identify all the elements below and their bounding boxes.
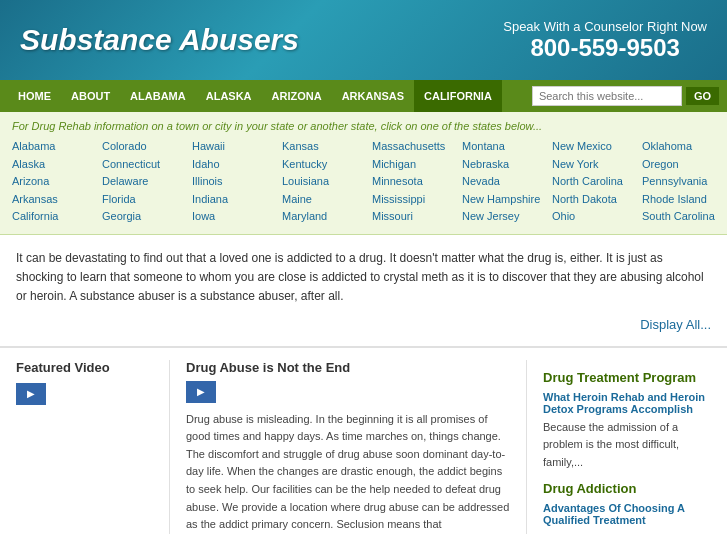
state-north-carolina[interactable]: North Carolina [552, 173, 642, 191]
nav-item-alabama[interactable]: ALABAMA [120, 80, 196, 112]
site-title: Substance Abusers [20, 23, 299, 57]
state-new-jersey[interactable]: New Jersey [462, 208, 552, 226]
nav-item-home[interactable]: HOME [8, 80, 61, 112]
nav-item-alaska[interactable]: ALASKA [196, 80, 262, 112]
states-col-1: Colorado Connecticut Delaware Florida Ge… [102, 138, 192, 226]
state-new-york[interactable]: New York [552, 156, 642, 174]
state-louisiana[interactable]: Louisiana [282, 173, 372, 191]
state-alaska[interactable]: Alaska [12, 156, 102, 174]
state-nevada[interactable]: Nevada [462, 173, 552, 191]
states-col-4: Massachusetts Michigan Minnesota Mississ… [372, 138, 462, 226]
state-michigan[interactable]: Michigan [372, 156, 462, 174]
site-header: Substance Abusers Speak With a Counselor… [0, 0, 727, 80]
state-maryland[interactable]: Maryland [282, 208, 372, 226]
state-indiana[interactable]: Indiana [192, 191, 282, 209]
heroin-rehab-text: Because the admission of a problem is th… [543, 419, 711, 472]
article-title: Drug Abuse is Not the End [186, 360, 510, 375]
three-columns: Featured Video Drug Abuse is Not the End… [0, 347, 727, 534]
state-iowa[interactable]: Iowa [192, 208, 282, 226]
state-georgia[interactable]: Georgia [102, 208, 192, 226]
state-new-mexico[interactable]: New Mexico [552, 138, 642, 156]
states-col-2: Hawaii Idaho Illinois Indiana Iowa [192, 138, 282, 226]
state-missouri[interactable]: Missouri [372, 208, 462, 226]
states-grid: Alabama Alaska Arizona Arkansas Californ… [12, 138, 715, 226]
state-oklahoma[interactable]: Oklahoma [642, 138, 727, 156]
state-colorado[interactable]: Colorado [102, 138, 192, 156]
state-south-carolina[interactable]: South Carolina [642, 208, 727, 226]
drug-treatment-title: Drug Treatment Program [543, 370, 711, 385]
article-column: Drug Abuse is Not the End Drug abuse is … [170, 360, 527, 534]
advantages-link[interactable]: Advantages Of Choosing A Qualified Treat… [543, 502, 711, 526]
search-button[interactable]: GO [686, 87, 719, 105]
speak-label: Speak With a Counselor Right Now [503, 19, 707, 34]
state-connecticut[interactable]: Connecticut [102, 156, 192, 174]
state-california[interactable]: California [12, 208, 102, 226]
nav-item-arizona[interactable]: ARIZONA [262, 80, 332, 112]
state-rhode-island[interactable]: Rhode Island [642, 191, 727, 209]
state-montana[interactable]: Montana [462, 138, 552, 156]
article-body: Drug abuse is misleading. In the beginni… [186, 411, 510, 534]
states-col-0: Alabama Alaska Arizona Arkansas Californ… [12, 138, 102, 226]
states-col-7: Oklahoma Oregon Pennsylvania Rhode Islan… [642, 138, 727, 226]
state-hawaii[interactable]: Hawaii [192, 138, 282, 156]
state-massachusetts[interactable]: Massachusetts [372, 138, 462, 156]
state-arkansas[interactable]: Arkansas [12, 191, 102, 209]
nav-item-about[interactable]: ABOUT [61, 80, 120, 112]
states-notice: For Drug Rehab information on a town or … [12, 120, 715, 132]
state-maine[interactable]: Maine [282, 191, 372, 209]
state-florida[interactable]: Florida [102, 191, 192, 209]
right-panel: Drug Treatment Program What Heroin Rehab… [527, 360, 727, 534]
state-mississippi[interactable]: Mississippi [372, 191, 462, 209]
nav-bar: HOME ABOUT ALABAMA ALASKA ARIZONA ARKANS… [0, 80, 727, 112]
states-section: For Drug Rehab information on a town or … [0, 112, 727, 235]
state-alabama[interactable]: Alabama [12, 138, 102, 156]
header-phone: Speak With a Counselor Right Now 800-559… [503, 19, 707, 62]
main-body-text: It can be devastating to find out that a… [16, 249, 711, 307]
state-illinois[interactable]: Illinois [192, 173, 282, 191]
article-video-thumb[interactable] [186, 381, 216, 403]
main-content: It can be devastating to find out that a… [0, 235, 727, 347]
state-kansas[interactable]: Kansas [282, 138, 372, 156]
states-col-3: Kansas Kentucky Louisiana Maine Maryland [282, 138, 372, 226]
state-idaho[interactable]: Idaho [192, 156, 282, 174]
nav-item-arkansas[interactable]: ARKANSAS [332, 80, 414, 112]
phone-number: 800-559-9503 [503, 34, 707, 62]
state-nebraska[interactable]: Nebraska [462, 156, 552, 174]
state-delaware[interactable]: Delaware [102, 173, 192, 191]
state-kentucky[interactable]: Kentucky [282, 156, 372, 174]
featured-video-title: Featured Video [16, 360, 153, 375]
search-bar: GO [532, 86, 719, 106]
drug-addiction-title: Drug Addiction [543, 481, 711, 496]
state-pennsylvania[interactable]: Pennsylvania [642, 173, 727, 191]
nav-item-california[interactable]: CALIFORNIA [414, 80, 502, 112]
display-all-link[interactable]: Display All... [16, 317, 711, 332]
states-col-6: New Mexico New York North Carolina North… [552, 138, 642, 226]
states-col-5: Montana Nebraska Nevada New Hampshire Ne… [462, 138, 552, 226]
state-ohio[interactable]: Ohio [552, 208, 642, 226]
state-arizona[interactable]: Arizona [12, 173, 102, 191]
heroin-rehab-link[interactable]: What Heroin Rehab and Heroin Detox Progr… [543, 391, 711, 415]
state-new-hampshire[interactable]: New Hampshire [462, 191, 552, 209]
search-input[interactable] [532, 86, 682, 106]
video-placeholder[interactable] [16, 383, 46, 405]
state-oregon[interactable]: Oregon [642, 156, 727, 174]
featured-video-column: Featured Video [0, 360, 170, 534]
state-minnesota[interactable]: Minnesota [372, 173, 462, 191]
state-north-dakota[interactable]: North Dakota [552, 191, 642, 209]
